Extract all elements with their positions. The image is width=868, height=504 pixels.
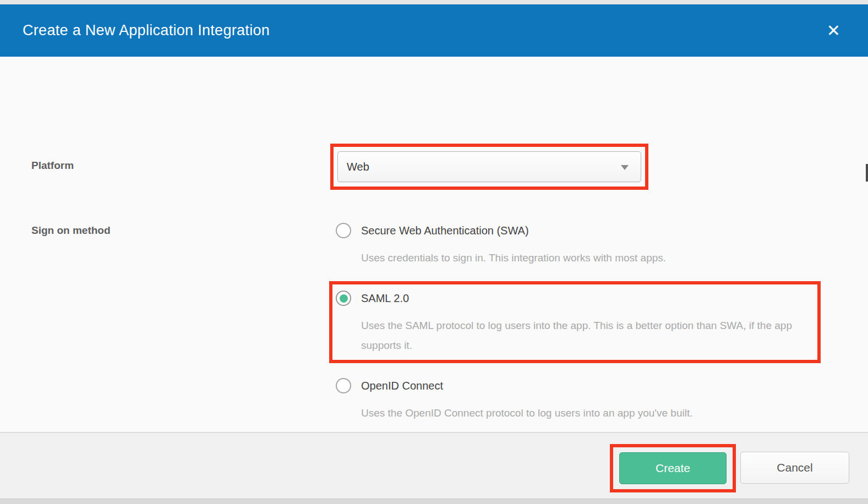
sign-on-method-label: Sign on method	[31, 224, 111, 237]
radio-desc-swa: Uses credentials to sign in. This integr…	[361, 248, 666, 268]
cancel-button[interactable]: Cancel	[740, 452, 849, 484]
radio-option-saml: SAML 2.0 Uses the SAML protocol to log u…	[336, 291, 821, 355]
platform-select[interactable]: Web	[337, 151, 641, 182]
page-top-strip	[0, 0, 868, 4]
radio-label-saml[interactable]: SAML 2.0	[361, 291, 821, 306]
radio-button-saml[interactable]	[336, 291, 351, 306]
dialog-title: Create a New Application Integration	[23, 22, 270, 39]
page-bottom-strip	[0, 498, 868, 504]
radio-option-openid: OpenID Connect Uses the OpenID Connect p…	[336, 378, 692, 423]
radio-label-swa[interactable]: Secure Web Authentication (SWA)	[361, 223, 666, 238]
dialog-header: Create a New Application Integration ✕	[0, 4, 868, 57]
create-app-integration-dialog: Create a New Application Integration ✕ P…	[0, 0, 868, 504]
chevron-down-icon	[621, 165, 629, 170]
radio-option-swa-text: Secure Web Authentication (SWA) Uses cre…	[361, 223, 666, 268]
close-icon[interactable]: ✕	[827, 23, 840, 39]
radio-option-saml-text: SAML 2.0 Uses the SAML protocol to log u…	[361, 291, 821, 355]
radio-desc-saml: Uses the SAML protocol to log users into…	[361, 316, 821, 355]
dialog-body: Platform Web Sign on method Secure Web A…	[0, 57, 868, 432]
create-button[interactable]: Create	[619, 452, 727, 484]
annotation-box-create: Create	[610, 444, 736, 492]
radio-option-openid-text: OpenID Connect Uses the OpenID Connect p…	[361, 378, 692, 423]
platform-select-value: Web	[347, 161, 369, 173]
radio-desc-openid: Uses the OpenID Connect protocol to log …	[361, 403, 692, 423]
scrollbar-thumb[interactable]	[866, 164, 868, 182]
annotation-box-saml: SAML 2.0 Uses the SAML protocol to log u…	[329, 281, 821, 363]
platform-label: Platform	[31, 160, 74, 172]
radio-option-swa: Secure Web Authentication (SWA) Uses cre…	[336, 223, 666, 268]
radio-button-swa[interactable]	[336, 223, 351, 238]
radio-button-openid[interactable]	[336, 378, 351, 393]
dialog-footer: Create Cancel	[0, 432, 868, 498]
annotation-box-platform: Web	[330, 144, 648, 190]
radio-label-openid[interactable]: OpenID Connect	[361, 378, 692, 393]
